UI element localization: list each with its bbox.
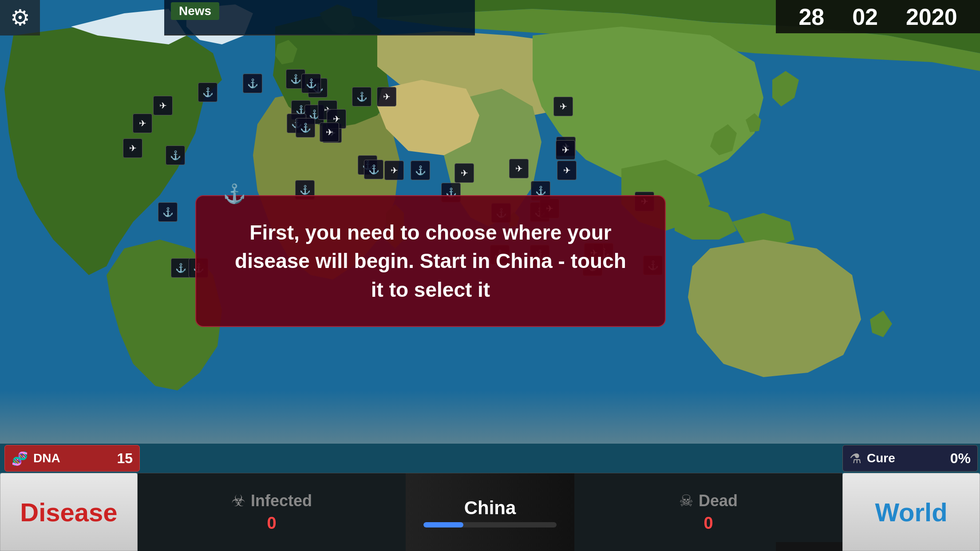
map-icon-plane-4[interactable]: ✈: [123, 138, 142, 158]
map-icon-anchor-25[interactable]: ⚓: [411, 161, 430, 180]
gear-icon: ⚙: [10, 5, 30, 31]
map-icon-anchor-23[interactable]: ⚓: [364, 160, 383, 179]
tutorial-anchor-icon: ⚓: [223, 183, 246, 205]
country-progress-fill: [423, 522, 463, 527]
map-icon-anchor-8[interactable]: ⚓: [243, 74, 262, 93]
infected-label: Infected: [251, 492, 312, 510]
cure-label: Cure: [867, 451, 945, 465]
map-icon-plane-12[interactable]: ✈: [377, 87, 396, 106]
map-icon-plane-26[interactable]: ✈: [454, 163, 474, 183]
dna-value: 15: [117, 450, 133, 467]
disease-button-label: Disease: [20, 497, 117, 527]
dead-header: ☠ Dead: [679, 492, 738, 510]
map-icon-plane-31[interactable]: ✈: [509, 159, 529, 178]
country-label: China: [464, 497, 516, 519]
map-icon-anchor-18[interactable]: ⚓: [296, 118, 315, 138]
flask-icon: ⚗: [850, 451, 861, 466]
tutorial-popup[interactable]: ⚓ First, you need to choose where your d…: [195, 195, 666, 327]
map-icon-anchor-11[interactable]: ⚓: [352, 87, 371, 106]
gear-button[interactable]: ⚙: [0, 0, 40, 35]
map-icon-anchor-0[interactable]: ⚓: [198, 83, 217, 102]
disease-button[interactable]: Disease: [0, 473, 138, 551]
map-icon-plane-1[interactable]: ✈: [153, 96, 173, 115]
world-button-label: World: [875, 497, 947, 527]
map-icon-plane-29[interactable]: ✈: [553, 97, 573, 116]
map-icon-anchor-2[interactable]: ⚓: [166, 146, 185, 165]
infected-panel: ☣ Infected 0: [138, 473, 406, 551]
map-icon-plane-44[interactable]: ✈: [556, 140, 575, 160]
dna-cure-bar: 🧬 DNA 15 ⚗ Cure 0%: [0, 444, 980, 473]
world-button[interactable]: World: [842, 473, 980, 551]
stats-row: Disease ☣ Infected 0 China ☠ Dead 0 Worl…: [0, 473, 980, 551]
dna-panel[interactable]: 🧬 DNA 15: [4, 445, 140, 472]
bottom-hud: 🧬 DNA 15 ⚗ Cure 0% Disease ☣ Infected 0 …: [0, 444, 980, 551]
map-icon-plane-24[interactable]: ✈: [384, 161, 404, 180]
country-panel[interactable]: China: [406, 473, 574, 551]
cure-value: 0%: [950, 450, 971, 467]
map-icon-anchor-5[interactable]: ⚓: [158, 202, 178, 222]
map-icon-plane-30[interactable]: ✈: [557, 161, 577, 180]
dead-value: 0: [703, 514, 713, 533]
dna-label: DNA: [33, 451, 111, 465]
dna-icon: 🧬: [12, 451, 28, 466]
map-icon-plane-21[interactable]: ✈: [320, 122, 339, 142]
map-icon-anchor-6[interactable]: ⚓: [171, 258, 190, 278]
map-icon-plane-3[interactable]: ✈: [133, 114, 152, 133]
skull-icon: ☠: [679, 492, 693, 510]
top-bar: ⚙: [0, 0, 980, 35]
tutorial-text: First, you need to choose where your dis…: [227, 218, 634, 304]
dead-panel: ☠ Dead 0: [574, 473, 842, 551]
map-icon-anchor-13[interactable]: ⚓: [301, 74, 321, 93]
infected-header: ☣ Infected: [231, 492, 312, 510]
biohazard-icon: ☣: [231, 492, 245, 510]
country-progress-bar: [423, 522, 557, 527]
infected-value: 0: [267, 514, 276, 533]
cure-panel[interactable]: ⚗ Cure 0%: [842, 445, 978, 472]
dead-label: Dead: [699, 492, 738, 510]
